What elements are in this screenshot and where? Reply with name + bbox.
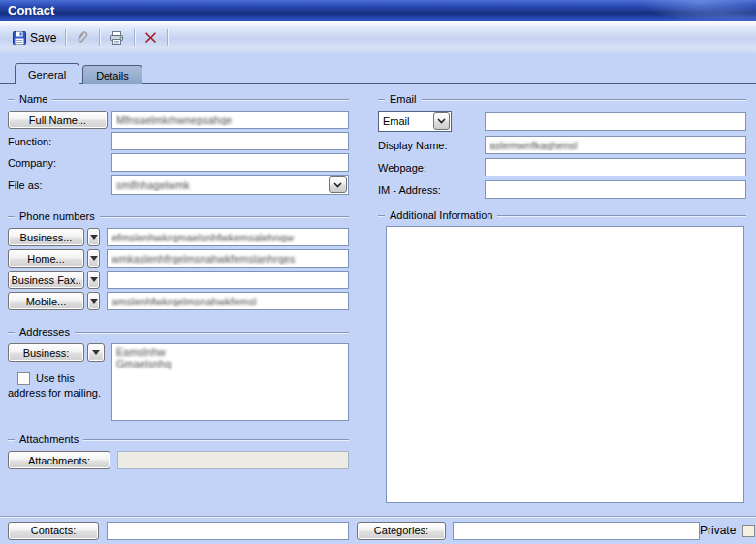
email-type-row: Email — [378, 111, 746, 132]
im-address-input[interactable] — [485, 180, 746, 199]
display-name-row: Display Name: — [378, 136, 746, 154]
attachments-section: Attachments Attachments: — [8, 433, 349, 472]
phone-mobile-dropdown-button[interactable] — [87, 292, 100, 310]
toolbar: Save — [0, 21, 756, 53]
address-business-button[interactable]: Business: — [8, 343, 84, 362]
footer-bar: Contacts: Categories: Private — [0, 516, 756, 544]
additional-info-section: Additional Information — [378, 209, 746, 505]
email-section-legend: Email — [378, 93, 746, 105]
phone-business-fax-dropdown-button[interactable] — [87, 271, 100, 289]
full-name-row: Full Name... — [8, 111, 349, 129]
triangle-down-icon — [90, 235, 98, 240]
attachments-section-legend: Attachments — [8, 433, 349, 445]
attach-button[interactable] — [70, 26, 95, 48]
phone-home-dropdown-button[interactable] — [87, 249, 100, 268]
email-section: Email Email Display Name: Webpage: — [378, 93, 746, 202]
delete-button[interactable] — [139, 27, 163, 48]
additional-info-legend: Additional Information — [378, 209, 746, 221]
window-titlebar: Contact — [0, 0, 756, 21]
webpage-input[interactable] — [485, 158, 746, 176]
tab-details[interactable]: Details — [82, 65, 142, 84]
page-title: Contact — [8, 3, 54, 17]
addresses-section-legend: Addresses — [8, 326, 349, 337]
triangle-down-icon — [90, 256, 98, 261]
tab-general[interactable]: General — [15, 63, 79, 84]
address-textarea[interactable]: Eamslnhw Gmaelsnhq — [111, 343, 349, 421]
phone-home-button[interactable]: Home... — [8, 249, 84, 268]
toolbar-separator — [134, 29, 135, 46]
triangle-down-icon — [90, 277, 98, 282]
email-address-input[interactable] — [485, 112, 746, 131]
function-row: Function: — [8, 132, 349, 150]
phone-business-fax-input[interactable] — [107, 271, 349, 289]
toolbar-separator — [99, 29, 100, 46]
phone-section-legend: Phone numbers — [8, 210, 349, 222]
save-button[interactable]: Save — [7, 27, 61, 48]
phone-business-input[interactable] — [107, 228, 349, 246]
file-as-value: smlfnhagelwmk — [112, 179, 348, 191]
tabstrip: General Details — [0, 58, 756, 84]
paperclip-icon — [75, 29, 90, 46]
file-as-row: File as: smlfnhagelwmk — [8, 175, 349, 195]
full-name-button[interactable]: Full Name... — [8, 111, 108, 129]
phone-business-button[interactable]: Business... — [8, 228, 84, 246]
additional-info-textarea[interactable] — [386, 226, 744, 503]
phone-business-fax-button[interactable]: Business Fax.. — [8, 271, 84, 289]
display-name-input[interactable] — [485, 136, 746, 154]
phone-mobile-input[interactable] — [107, 292, 349, 310]
name-section: Name Full Name... Function: Company: Fil… — [8, 93, 349, 198]
phone-business-dropdown-button[interactable] — [87, 228, 100, 246]
printer-icon — [109, 30, 125, 46]
file-as-label: File as: — [8, 179, 111, 191]
triangle-down-icon — [90, 299, 98, 304]
toolbar-separator — [167, 29, 168, 46]
display-name-label: Display Name: — [378, 140, 485, 151]
mailing-address-checkbox-block: Use this address for mailing. — [8, 371, 109, 400]
function-label: Function: — [8, 136, 111, 147]
phone-row-business-fax: Business Fax.. — [8, 271, 349, 289]
email-type-select[interactable]: Email — [378, 111, 452, 132]
phone-mobile-button[interactable]: Mobile... — [8, 292, 84, 310]
attachments-input — [117, 451, 349, 469]
phone-row-business: Business... — [8, 228, 349, 246]
phone-row-mobile: Mobile... — [8, 292, 349, 310]
print-button[interactable] — [104, 27, 130, 48]
categories-input[interactable] — [453, 522, 700, 540]
phone-home-input[interactable] — [107, 249, 349, 268]
delete-x-icon — [143, 30, 158, 45]
save-icon — [12, 30, 27, 46]
categories-button[interactable]: Categories: — [357, 522, 446, 540]
contacts-input[interactable] — [107, 522, 349, 540]
private-group: Private — [700, 524, 755, 537]
mailing-label-line1: Use this — [36, 371, 75, 385]
save-button-label: Save — [30, 31, 56, 45]
triangle-down-icon — [92, 350, 100, 355]
addresses-section: Addresses Business: Use this address for… — [8, 326, 349, 421]
addresses-controls: Business: Use this address for mailing. — [8, 343, 111, 400]
mailing-label-line2: address for mailing. — [8, 386, 109, 400]
chevron-down-icon — [333, 182, 342, 188]
full-name-input[interactable] — [111, 111, 349, 129]
contacts-button[interactable]: Contacts: — [8, 522, 99, 540]
function-input[interactable] — [111, 132, 349, 150]
webpage-row: Webpage: — [378, 158, 746, 176]
contact-window: Contact Save — [0, 0, 756, 544]
im-address-label: IM - Address: — [378, 184, 485, 196]
attachments-button[interactable]: Attachments: — [8, 451, 110, 469]
address-dropdown-button[interactable] — [87, 343, 105, 362]
company-label: Company: — [8, 157, 111, 169]
file-as-dropdown-button[interactable] — [329, 176, 347, 193]
phone-row-home: Home... — [8, 249, 349, 268]
webpage-label: Webpage: — [378, 162, 485, 174]
file-as-select[interactable]: smlfnhagelwmk — [111, 175, 349, 195]
company-input[interactable] — [111, 153, 349, 172]
email-type-dropdown-button[interactable] — [433, 112, 450, 130]
im-address-row: IM - Address: — [378, 180, 746, 199]
mailing-address-checkbox[interactable] — [17, 372, 30, 385]
phone-numbers-section: Phone numbers Business... Home... Busine… — [8, 210, 349, 313]
private-checkbox[interactable] — [742, 525, 755, 537]
company-row: Company: — [8, 153, 349, 172]
private-label: Private — [700, 524, 736, 537]
toolbar-separator — [65, 29, 66, 46]
name-section-legend: Name — [8, 93, 349, 105]
